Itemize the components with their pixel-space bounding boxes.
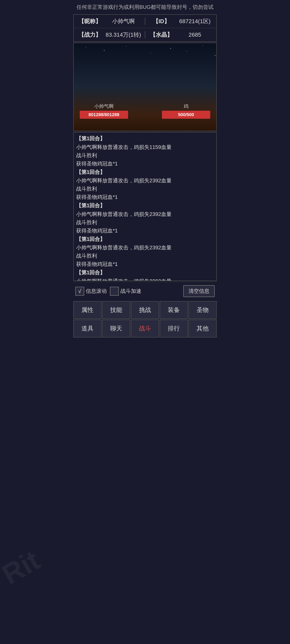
log-text: 获得圣物鸡冠血*1 bbox=[76, 261, 118, 267]
log-entry: 【第1回合】 bbox=[76, 235, 214, 244]
log-text: 战斗胜利 bbox=[76, 186, 97, 192]
log-entry: 【第1回合】 bbox=[76, 202, 214, 210]
scroll-checkbox[interactable]: √ bbox=[75, 287, 84, 296]
nav-btn-rank[interactable]: 排行 bbox=[160, 320, 188, 338]
log-text: 获得圣物鸡冠血*1 bbox=[76, 228, 118, 234]
crystal-label: 【水晶】 bbox=[147, 31, 175, 39]
nav-btn-equip[interactable]: 装备 bbox=[160, 301, 188, 319]
nav-btn-tool[interactable]: 道具 bbox=[73, 320, 102, 338]
nickname-row: 【昵称】 小帅气啊 【ID】 687214(1区) bbox=[74, 15, 216, 28]
nav-btn-battle[interactable]: 战斗 bbox=[131, 320, 159, 338]
crystal-value: 2685 bbox=[175, 32, 214, 38]
log-text: 【第1回合】 bbox=[76, 202, 105, 208]
star bbox=[150, 53, 151, 54]
id-label: 【ID】 bbox=[147, 18, 175, 25]
log-text: 小帅气啊释放普通攻击，鸡损失2392血量 bbox=[76, 278, 172, 281]
enemy-hp-text: 500/500 bbox=[178, 112, 194, 117]
log-entry: 小帅气啊释放普通攻击，鸡损失2392血量 bbox=[76, 177, 214, 184]
warning-bar: 任何非正常游戏行为或利用BUG都可能导致封号，切勿尝试 bbox=[73, 0, 217, 14]
divider2 bbox=[145, 31, 145, 38]
log-entry: 小帅气啊释放普通攻击，鸡损失2392血量 bbox=[76, 210, 214, 218]
power-row: 【战力】 83.314万(1转) 【水晶】 2685 bbox=[74, 28, 216, 42]
nickname-label: 【昵称】 bbox=[76, 18, 104, 25]
top-nav: 属性技能挑战装备圣物 bbox=[73, 301, 217, 319]
enemy-hp-bar: 500/500 bbox=[162, 111, 210, 119]
log-entry: 获得圣物鸡冠血*1 bbox=[76, 193, 214, 201]
star bbox=[126, 46, 126, 46]
scroll-group[interactable]: √ 信息滚动 bbox=[75, 287, 107, 296]
log-entry: 获得圣物鸡冠血*1 bbox=[76, 260, 214, 268]
battle-log[interactable]: 【第1回合】小帅气啊释放普通攻击，鸡损失1159血量战斗胜利获得圣物鸡冠血*1【… bbox=[73, 132, 217, 281]
power-value: 83.314万(1转) bbox=[104, 31, 143, 39]
speed-checkbox[interactable] bbox=[110, 287, 119, 296]
log-entry: 战斗胜利 bbox=[76, 252, 214, 260]
nav-btn-challenge[interactable]: 挑战 bbox=[131, 301, 159, 319]
star bbox=[170, 48, 171, 49]
log-text: 战斗胜利 bbox=[76, 219, 97, 226]
log-text: 获得圣物鸡冠血*1 bbox=[76, 194, 118, 200]
log-text: 【第1回合】 bbox=[76, 270, 105, 276]
log-entry: 战斗胜利 bbox=[76, 218, 214, 226]
nav-btn-chat[interactable]: 聊天 bbox=[102, 320, 130, 338]
nav-btn-holy[interactable]: 圣物 bbox=[188, 301, 217, 319]
log-entry: 战斗胜利 bbox=[76, 152, 214, 160]
scroll-label: 信息滚动 bbox=[86, 288, 107, 295]
star bbox=[203, 45, 203, 46]
divider bbox=[145, 18, 145, 25]
nav-btn-other[interactable]: 其他 bbox=[188, 320, 217, 338]
info-panel: 【昵称】 小帅气啊 【ID】 687214(1区) 【战力】 83.314万(1… bbox=[73, 14, 217, 42]
log-text: 小帅气啊释放普通攻击，鸡损失2392血量 bbox=[76, 244, 172, 250]
nickname-value: 小帅气啊 bbox=[104, 18, 143, 25]
nav-btn-attr[interactable]: 属性 bbox=[73, 301, 102, 319]
log-text: 小帅气啊释放普通攻击，鸡损失2392血量 bbox=[76, 211, 172, 217]
log-entry: 获得圣物鸡冠血*1 bbox=[76, 160, 214, 168]
star bbox=[86, 47, 86, 48]
log-entry: 小帅气啊释放普通攻击，鸡损失2392血量 bbox=[76, 277, 214, 281]
characters-row: 小帅气啊 801288/801288 鸡 500/500 bbox=[74, 103, 216, 119]
log-text: 小帅气啊释放普通攻击，鸡损失2392血量 bbox=[76, 178, 172, 184]
log-text: 战斗胜利 bbox=[76, 253, 97, 259]
speed-label: 战斗加速 bbox=[120, 288, 141, 295]
star bbox=[186, 51, 187, 52]
battle-arena: 小帅气啊 801288/801288 鸡 500/500 bbox=[73, 43, 217, 131]
log-entry: 小帅气啊释放普通攻击，鸡损失1159血量 bbox=[76, 143, 214, 151]
log-text: 【第1回合】 bbox=[76, 136, 105, 142]
log-entry: 获得圣物鸡冠血*1 bbox=[76, 227, 214, 235]
scroll-check-mark: √ bbox=[78, 288, 81, 294]
player-hp-bar: 801288/801288 bbox=[80, 111, 128, 119]
player-hp-text: 801288/801288 bbox=[89, 112, 119, 117]
enemy-character: 鸡 500/500 bbox=[162, 103, 210, 119]
speed-group[interactable]: 战斗加速 bbox=[110, 287, 141, 296]
log-entry: 小帅气啊释放普通攻击，鸡损失2392血量 bbox=[76, 244, 214, 252]
nav-btn-skill[interactable]: 技能 bbox=[102, 301, 130, 319]
log-entry: 【第1回合】 bbox=[76, 134, 214, 143]
controls-bar: √ 信息滚动 战斗加速 清空信息 bbox=[73, 282, 217, 300]
warning-text: 任何非正常游戏行为或利用BUG都可能导致封号，切勿尝试 bbox=[77, 4, 213, 10]
log-text: 【第1回合】 bbox=[76, 169, 105, 175]
star bbox=[215, 55, 215, 56]
power-label: 【战力】 bbox=[76, 31, 104, 39]
log-text: 小帅气啊释放普通攻击，鸡损失1159血量 bbox=[76, 144, 172, 150]
log-text: 获得圣物鸡冠血*1 bbox=[76, 160, 118, 167]
log-entry: 【第1回合】 bbox=[76, 168, 214, 176]
log-entry: 战斗胜利 bbox=[76, 185, 214, 193]
log-text: 【第1回合】 bbox=[76, 236, 105, 242]
bottom-nav: 道具聊天战斗排行其他 bbox=[73, 320, 217, 338]
arena-sky bbox=[74, 43, 216, 87]
star bbox=[104, 50, 105, 51]
log-text: 战斗胜利 bbox=[76, 152, 97, 158]
enemy-name: 鸡 bbox=[184, 103, 188, 110]
player-character: 小帅气啊 801288/801288 bbox=[80, 103, 128, 119]
id-value: 687214(1区) bbox=[175, 18, 214, 25]
player-name: 小帅气啊 bbox=[94, 103, 114, 110]
log-entry: 【第1回合】 bbox=[76, 268, 214, 277]
clear-button[interactable]: 清空信息 bbox=[183, 285, 215, 297]
